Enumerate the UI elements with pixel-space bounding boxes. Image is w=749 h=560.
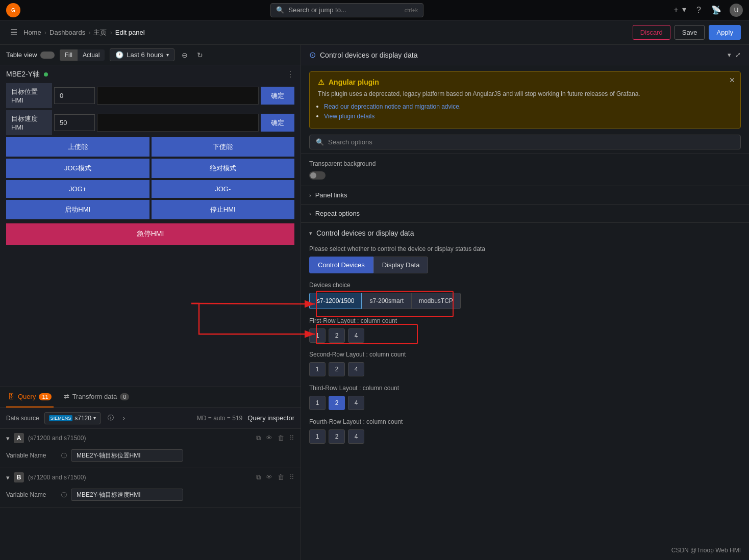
- third-row-4[interactable]: 4: [348, 396, 364, 410]
- breadcrumb-home[interactable]: Home: [23, 29, 41, 36]
- global-search[interactable]: 🔍 Search or jump to... ctrl+k: [270, 3, 423, 17]
- third-row-1[interactable]: 1: [309, 396, 326, 410]
- fill-button[interactable]: Fill: [60, 49, 78, 61]
- collapse-icon-a[interactable]: ▾: [6, 435, 10, 442]
- delete-icon-a[interactable]: 🗑: [278, 434, 284, 442]
- rss-button[interactable]: 📡: [709, 3, 723, 17]
- copy-icon-a[interactable]: ⧉: [256, 434, 261, 442]
- header-bar: ☰ Home › Dashboards › 主页 › Edit panel Di…: [0, 20, 749, 45]
- datasource-select[interactable]: SIEMENS s7120 ▾: [44, 412, 101, 424]
- breadcrumb-dashboards[interactable]: Dashboards: [49, 29, 85, 36]
- query-subtitle-a: (s71200 and s71500): [28, 435, 86, 442]
- btn-jog-plus[interactable]: JOG+: [6, 180, 149, 198]
- transparent-bg-toggle[interactable]: [309, 171, 326, 180]
- save-button[interactable]: Save: [675, 25, 705, 40]
- refresh-button[interactable]: ↻: [195, 49, 205, 61]
- repeat-options-header[interactable]: › Repeat options: [301, 205, 749, 222]
- query-subtitle-b: (s71200 and s71500): [28, 474, 86, 481]
- variable-row-a: Variable Name ⓘ: [6, 447, 294, 464]
- first-row-4[interactable]: 4: [348, 328, 364, 343]
- hmi-row-0: 目标位置HMI 0 确定: [6, 83, 294, 108]
- choice-s7200smart[interactable]: s7-200smart: [362, 293, 411, 309]
- grafana-logo: G: [6, 3, 20, 17]
- warning-close-button[interactable]: ✕: [729, 76, 735, 84]
- left-panel: Table view Fill Actual 🕐 Last 6 hours ▾ …: [0, 45, 301, 560]
- user-avatar[interactable]: U: [730, 4, 743, 17]
- var-input-b[interactable]: [71, 489, 183, 501]
- display-data-button[interactable]: Display Data: [373, 257, 429, 273]
- actual-button[interactable]: Actual: [78, 49, 105, 61]
- second-row-4[interactable]: 4: [348, 362, 364, 376]
- fourth-row-1[interactable]: 1: [309, 429, 326, 444]
- drag-handle-b[interactable]: ⠿: [289, 473, 294, 481]
- btn-absolute-mode[interactable]: 绝对模式: [152, 159, 295, 178]
- panel-preview: MBE2-Y轴 ⋮ 目标位置HMI 0 确定 目标速度HMI 50 确定: [0, 65, 301, 387]
- help-button[interactable]: ?: [694, 4, 703, 17]
- hmi-label-0: 目标位置HMI: [6, 83, 52, 108]
- btn-emergency[interactable]: 急停HMI: [6, 223, 294, 245]
- choice-s71200-1500[interactable]: s7-1200/1500: [309, 293, 362, 309]
- eye-icon-b[interactable]: 👁: [266, 473, 272, 481]
- btn-xia-shineng[interactable]: 下使能: [152, 137, 295, 157]
- panel-type-label: Control devices or display data: [320, 51, 728, 59]
- var-input-a[interactable]: [71, 449, 183, 462]
- query-inspector-button[interactable]: Query inspector: [247, 414, 294, 422]
- btn-jog-minus[interactable]: JOG-: [152, 180, 295, 198]
- zoom-out-button[interactable]: ⊖: [180, 49, 190, 61]
- hmi-input-1[interactable]: [97, 114, 259, 132]
- choice-modbustcp[interactable]: modbusTCP: [411, 293, 461, 309]
- menu-button[interactable]: ☰: [8, 26, 19, 39]
- panel-links-header[interactable]: › Panel links: [301, 186, 749, 204]
- btn-jog-mode[interactable]: JOG模式: [6, 159, 149, 178]
- btn-start-hmi[interactable]: 启动HMI: [6, 200, 149, 219]
- breadcrumb-page[interactable]: 主页: [93, 28, 107, 37]
- plus-button[interactable]: ＋ ▾: [670, 3, 688, 17]
- fourth-row-2[interactable]: 2: [329, 429, 345, 444]
- panel-expand-icon[interactable]: ⤢: [735, 51, 741, 59]
- status-dot: [44, 72, 48, 77]
- second-row-1[interactable]: 1: [309, 362, 326, 376]
- hmi-input-0[interactable]: [97, 87, 259, 105]
- control-section-title[interactable]: ▾ Control devices or display data: [309, 229, 741, 237]
- copy-icon-b[interactable]: ⧉: [256, 473, 261, 481]
- hmi-confirm-1[interactable]: 确定: [261, 114, 294, 132]
- angular-warning-title: ⚠ Angular plugin: [318, 78, 732, 86]
- database-icon: 🗄: [8, 393, 15, 400]
- btn-stop-hmi[interactable]: 停止HMI: [152, 200, 295, 219]
- collapse-icon-b[interactable]: ▾: [6, 474, 10, 481]
- btn-shang-shineng[interactable]: 上使能: [6, 137, 149, 157]
- panel-menu-icon[interactable]: ⋮: [286, 69, 294, 79]
- tab-transform[interactable]: ⇄ Transform data 0: [62, 387, 132, 408]
- time-range-picker[interactable]: 🕐 Last 6 hours ▾: [110, 48, 174, 61]
- discard-button[interactable]: Discard: [633, 25, 670, 40]
- control-devices-button[interactable]: Control Devices: [309, 257, 373, 273]
- main-layout: Table view Fill Actual 🕐 Last 6 hours ▾ …: [0, 45, 749, 560]
- fourth-row-4[interactable]: 4: [348, 429, 364, 444]
- apply-button[interactable]: Apply: [709, 25, 741, 40]
- deprecation-link[interactable]: Read our deprecation notice and migratio…: [324, 103, 461, 110]
- first-row-2[interactable]: 2: [329, 328, 345, 343]
- datasource-info-button[interactable]: ⓘ: [106, 412, 116, 424]
- drag-handle-a[interactable]: ⠿: [289, 434, 294, 442]
- hmi-label-1: 目标速度HMI: [6, 110, 52, 135]
- plugin-details-link[interactable]: View plugin details: [324, 113, 374, 120]
- delete-icon-b[interactable]: 🗑: [278, 473, 284, 481]
- search-options[interactable]: 🔍 Search options: [309, 135, 741, 149]
- eye-icon-a[interactable]: 👁: [266, 434, 272, 442]
- panel-type-chevron[interactable]: ▾: [728, 51, 731, 59]
- query-count-badge: 11: [39, 393, 51, 400]
- query-letter-b: B: [14, 472, 24, 482]
- second-row-2[interactable]: 2: [329, 362, 345, 376]
- third-row-2[interactable]: 2: [329, 396, 345, 410]
- first-row-layout-label: First-Row Layout : column count: [309, 317, 741, 324]
- datasource-expand-button[interactable]: ›: [121, 413, 127, 424]
- control-section: ▾ Control devices or display data Please…: [301, 222, 749, 458]
- fourth-row-layout-item: Fourth-Row Layout : column count 1 2 4: [309, 418, 741, 444]
- query-actions-a: ⧉ 👁 🗑 ⠿: [256, 434, 294, 442]
- hmi-confirm-0[interactable]: 确定: [261, 87, 294, 105]
- tab-query[interactable]: 🗄 Query 11: [6, 387, 54, 408]
- panel-title-bar: MBE2-Y轴 ⋮: [0, 65, 301, 83]
- control-section-label: Control devices or display data: [316, 229, 414, 237]
- first-row-1[interactable]: 1: [309, 328, 326, 343]
- table-view-switch[interactable]: [40, 52, 55, 59]
